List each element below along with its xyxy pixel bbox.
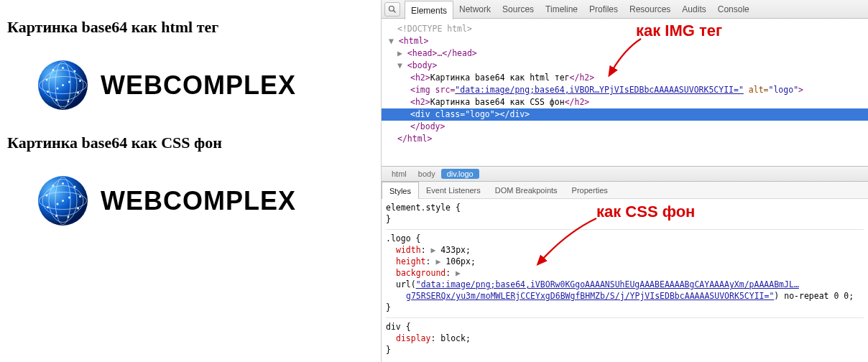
devtools-tabbar: Elements Network Sources Timeline Profil… xyxy=(382,0,868,19)
svg-point-11 xyxy=(47,90,49,93)
svg-point-31 xyxy=(62,200,64,202)
svg-point-8 xyxy=(77,92,79,94)
tab-properties[interactable]: Properties xyxy=(565,182,615,199)
logo-text: WEBCOMPLEX xyxy=(101,186,296,216)
logo-text: WEBCOMPLEX xyxy=(101,70,296,101)
arrow-icon xyxy=(532,214,604,274)
dom-html-close[interactable]: </html> xyxy=(382,133,868,145)
divider xyxy=(386,317,864,318)
svg-point-34 xyxy=(389,6,394,11)
svg-point-26 xyxy=(68,216,70,218)
rule-div[interactable]: div { display: block; } xyxy=(386,321,864,356)
svg-point-13 xyxy=(52,69,55,71)
svg-point-24 xyxy=(79,195,81,198)
svg-point-9 xyxy=(68,101,70,103)
rule-logo[interactable]: .logo { width: ▶ 433px; height: ▶ 106px;… xyxy=(386,233,864,313)
svg-point-29 xyxy=(46,195,48,197)
dom-doctype[interactable]: <!DOCTYPE html> xyxy=(382,23,868,35)
svg-point-23 xyxy=(74,186,76,188)
svg-point-12 xyxy=(46,79,48,81)
logo-as-css-bg: WEBCOMPLEX xyxy=(36,174,374,228)
tab-elements[interactable]: Elements xyxy=(405,1,453,19)
svg-point-33 xyxy=(57,203,59,205)
tab-event-listeners[interactable]: Event Listeners xyxy=(419,182,488,199)
svg-point-7 xyxy=(79,80,81,82)
svg-point-25 xyxy=(77,208,79,210)
tab-timeline[interactable]: Timeline xyxy=(540,0,583,19)
dom-h2-2[interactable]: <h2>Картинка base64 как CSS фон</h2> xyxy=(382,96,868,108)
svg-point-30 xyxy=(52,185,55,187)
dom-body-close[interactable]: </body> xyxy=(382,121,868,133)
tab-dom-breakpoints[interactable]: DOM Breakpoints xyxy=(488,182,565,199)
tab-resources[interactable]: Resources xyxy=(624,0,676,19)
heading-css-bg: Картинка base64 как CSS фон xyxy=(7,134,374,152)
tab-audits[interactable]: Audits xyxy=(676,0,711,19)
breadcrumb-div-logo[interactable]: div.logo xyxy=(441,169,479,179)
dom-img[interactable]: <img src="data:image/png;base64,iVBOR…YP… xyxy=(382,84,868,96)
logo-as-img: WEBCOMPLEX xyxy=(36,58,374,112)
arrow-icon xyxy=(605,34,648,80)
svg-point-15 xyxy=(68,81,70,83)
tab-sources[interactable]: Sources xyxy=(497,0,540,19)
svg-point-32 xyxy=(68,197,70,199)
annotation-css: как CSS фон xyxy=(596,203,695,221)
tab-profiles[interactable]: Profiles xyxy=(583,0,624,19)
svg-point-22 xyxy=(62,182,64,185)
divider xyxy=(386,229,864,230)
svg-point-5 xyxy=(62,67,64,69)
sphere-icon xyxy=(36,174,90,228)
heading-img-tag: Картинка base64 как html тег xyxy=(7,18,374,37)
sphere-icon xyxy=(36,58,90,112)
tab-styles[interactable]: Styles xyxy=(382,182,419,199)
dom-div-logo-selected[interactable]: <div class="logo"></div> xyxy=(382,108,868,121)
annotation-img: как IMG тег xyxy=(636,22,722,40)
svg-point-14 xyxy=(62,84,64,86)
search-icon[interactable] xyxy=(384,2,400,17)
styles-tabbar: Styles Event Listeners DOM Breakpoints P… xyxy=(382,182,868,199)
rendered-page: Картинка base64 как html тег xyxy=(0,0,381,362)
breadcrumb-html[interactable]: html xyxy=(386,170,412,178)
tab-network[interactable]: Network xyxy=(453,0,497,19)
svg-point-27 xyxy=(55,215,57,217)
styles-pane[interactable]: element.style { } .logo { width: ▶ 433px… xyxy=(382,199,868,362)
svg-line-35 xyxy=(394,10,396,12)
svg-point-6 xyxy=(74,70,76,73)
breadcrumb-body[interactable]: body xyxy=(412,170,441,178)
svg-point-16 xyxy=(57,88,59,90)
svg-point-10 xyxy=(55,99,57,101)
tab-console[interactable]: Console xyxy=(712,0,755,19)
breadcrumb: html body div.logo xyxy=(382,166,868,182)
svg-point-28 xyxy=(47,206,49,208)
